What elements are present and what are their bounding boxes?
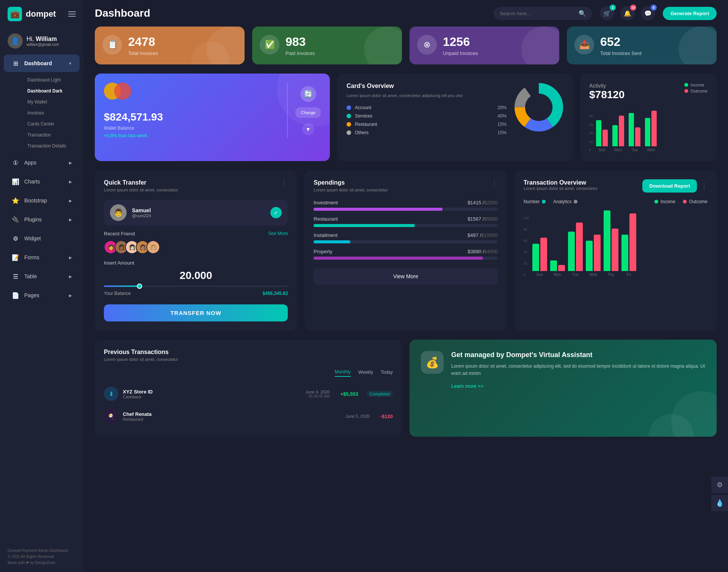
search-input[interactable] bbox=[500, 11, 575, 16]
nav-item-table[interactable]: ☰ Table ▶ bbox=[4, 268, 80, 285]
wallet-card: $824,571.93 Wallet Balance +0,8% than la… bbox=[95, 74, 330, 161]
submenu-transaction-details[interactable]: Transaction Details bbox=[24, 141, 80, 151]
download-report-button[interactable]: Download Report bbox=[642, 179, 697, 193]
settings-float-button[interactable]: ⚙ bbox=[711, 476, 728, 493]
stat-cards: 📋 2478 Total Invoices ✅ 983 Paid Invoice… bbox=[95, 27, 717, 64]
income-to-legend: Income bbox=[654, 199, 675, 204]
view-more-button[interactable]: View More bbox=[314, 268, 497, 285]
nav-item-pages[interactable]: 📄 Pages ▶ bbox=[4, 287, 80, 304]
notification-button[interactable]: 🔔 12 bbox=[620, 6, 635, 20]
spending-investment-header: Investment $1415 /$2000 bbox=[314, 200, 497, 205]
submenu-dashboard-dark[interactable]: Dashboard Dark bbox=[24, 86, 80, 96]
recent-friends: Recent Friend See More 👩 👩🏾 👩🏻 👩🏽 👩🏼 bbox=[104, 231, 288, 254]
prev-transactions-desc: Lorem ipsum dolor sit amet, consectetur bbox=[104, 357, 178, 362]
your-balance: Your Balance $456,345.62 bbox=[104, 291, 288, 296]
main-content: Dashboard 🔍 🛒 2 🔔 12 💬 8 Generate Report… bbox=[83, 0, 728, 572]
submenu-cards-center[interactable]: Cards Center bbox=[24, 119, 80, 129]
y-label-60: 60 bbox=[589, 123, 593, 127]
transaction-overview-header: Transaction Overview Lorem ipsum dolor s… bbox=[524, 179, 708, 196]
card-overview-title: Card's Overview bbox=[347, 83, 507, 89]
submenu-dashboard-light[interactable]: Dashboard Light bbox=[24, 75, 80, 85]
bootstrap-icon: ⭐ bbox=[11, 196, 20, 205]
investment-amount: $1415 /$2000 bbox=[468, 200, 498, 205]
theme-float-button[interactable]: 💧 bbox=[711, 495, 728, 511]
to-bar-pair-mon bbox=[550, 260, 565, 271]
nav-label-widget: Widget bbox=[24, 235, 41, 241]
contact-name: Samuel bbox=[132, 207, 151, 213]
spendings-desc: Lorem ipsum dolor sit amet, consectetur bbox=[314, 188, 388, 192]
to-y-100: 100 bbox=[524, 216, 529, 220]
income-bar-sun bbox=[596, 120, 601, 146]
sidebar: 💼 dompet 👤 Hi, William william@gmail.com… bbox=[0, 0, 83, 572]
services-dot bbox=[347, 114, 351, 118]
to-label-thu: Thu bbox=[608, 273, 614, 277]
see-more-link[interactable]: See More bbox=[268, 231, 288, 237]
to-bar-pair-fri bbox=[621, 213, 636, 271]
bar-pair-mon bbox=[612, 116, 624, 146]
submenu-invoices[interactable]: Invoices bbox=[24, 108, 80, 118]
side-float-buttons: ⚙ 💧 bbox=[711, 476, 728, 511]
submenu-transaction[interactable]: Transaction bbox=[24, 130, 80, 140]
to-bar-group-fri: Fri bbox=[621, 213, 636, 277]
restaurant-bar bbox=[314, 224, 497, 227]
footer-made-with: Made with ❤ by DesignZone bbox=[8, 560, 76, 566]
spendings-menu-icon[interactable]: ⋮ bbox=[491, 179, 498, 188]
transfer-now-button[interactable]: TRANSFER NOW bbox=[104, 304, 288, 321]
to-income-mon bbox=[550, 260, 557, 271]
analytics-label: Analytics bbox=[553, 199, 571, 204]
nav-item-widget[interactable]: ⚙ Widget bbox=[4, 230, 80, 247]
tx-date-chef: June 5, 2020 bbox=[345, 414, 370, 418]
nav-item-apps[interactable]: ① Apps ▶ bbox=[4, 154, 80, 171]
learn-more-link[interactable]: Learn more >> bbox=[451, 383, 483, 389]
to-bar-pair-wed bbox=[586, 235, 601, 271]
spending-restaurant-header: Restaurant $1567 /$5000 bbox=[314, 216, 497, 222]
restaurant-amount: $1567 /$5000 bbox=[468, 216, 498, 222]
to-y-0: 0 bbox=[524, 273, 529, 277]
submenu-my-wallet[interactable]: My Wallet bbox=[24, 97, 80, 107]
analytics-legend: Analytics bbox=[553, 199, 577, 204]
transfer-contact: 👨 Samuel @sum224 ✓ bbox=[104, 200, 288, 226]
others-dot bbox=[347, 130, 351, 135]
cart-button[interactable]: 🛒 2 bbox=[600, 6, 614, 20]
tab-weekly[interactable]: Weekly bbox=[358, 370, 373, 376]
nav-item-bootstrap[interactable]: ⭐ Bootstrap ▶ bbox=[4, 192, 80, 209]
sent-invoices-icon: 📤 bbox=[574, 35, 594, 55]
bar-group-sun: Sun bbox=[596, 120, 608, 152]
y-label-80: 80 bbox=[589, 114, 593, 118]
number-label: Number bbox=[524, 199, 540, 204]
transaction-overview-menu-icon[interactable]: ⋮ bbox=[701, 182, 708, 190]
activity-y-axis: 0 20 40 60 80 bbox=[589, 114, 593, 152]
income-bar-tue bbox=[629, 113, 634, 146]
bar-pair-tue bbox=[629, 113, 640, 146]
generate-report-button[interactable]: Generate Report bbox=[663, 7, 717, 20]
to-income-sun bbox=[532, 244, 539, 271]
tab-today[interactable]: Today bbox=[381, 370, 393, 376]
forms-arrow: ▶ bbox=[69, 255, 72, 260]
to-bar-group-sun: Sun bbox=[532, 238, 547, 277]
amount-slider[interactable] bbox=[104, 285, 288, 287]
tx-date-value-chef: June 5, 2020 bbox=[345, 414, 370, 418]
nav-item-dashboard[interactable]: ⊞ Dashboard ▼ bbox=[4, 55, 80, 72]
unpaid-invoices-label: Unpaid Invoices bbox=[443, 50, 478, 56]
restaurant-fill bbox=[314, 224, 415, 227]
tab-monthly[interactable]: Monthly bbox=[335, 369, 351, 377]
quick-transfer-menu-icon[interactable]: ⋮ bbox=[281, 179, 288, 188]
nav-label-apps: Apps bbox=[24, 160, 36, 166]
nav-item-charts[interactable]: 📊 Charts ▶ bbox=[4, 173, 80, 190]
widget-icon: ⚙ bbox=[11, 234, 20, 243]
nav-item-plugins[interactable]: 🔌 Plugins ▶ bbox=[4, 211, 80, 228]
legend-account: Account 20% bbox=[347, 105, 507, 110]
paid-invoices-icon: ✅ bbox=[260, 35, 279, 55]
paid-invoices-label: Paid Invoices bbox=[286, 50, 315, 56]
activity-header: Activity $78120 Income Outcome bbox=[589, 83, 708, 107]
nav-item-forms[interactable]: 📝 Forms ▶ bbox=[4, 249, 80, 266]
bottom-row: Quick Transfer Lorem ipsum dolor sit ame… bbox=[95, 170, 717, 331]
transaction-overview-actions: Download Report ⋮ bbox=[642, 179, 708, 193]
nav-label-bootstrap: Bootstrap bbox=[24, 197, 47, 204]
chat-button[interactable]: 💬 8 bbox=[641, 6, 655, 20]
pages-arrow: ▶ bbox=[69, 293, 72, 298]
hamburger-icon[interactable] bbox=[68, 11, 76, 17]
friend-5[interactable]: 👩🏼 bbox=[146, 240, 160, 254]
analytics-dot bbox=[574, 200, 577, 204]
apps-icon: ① bbox=[11, 158, 20, 167]
